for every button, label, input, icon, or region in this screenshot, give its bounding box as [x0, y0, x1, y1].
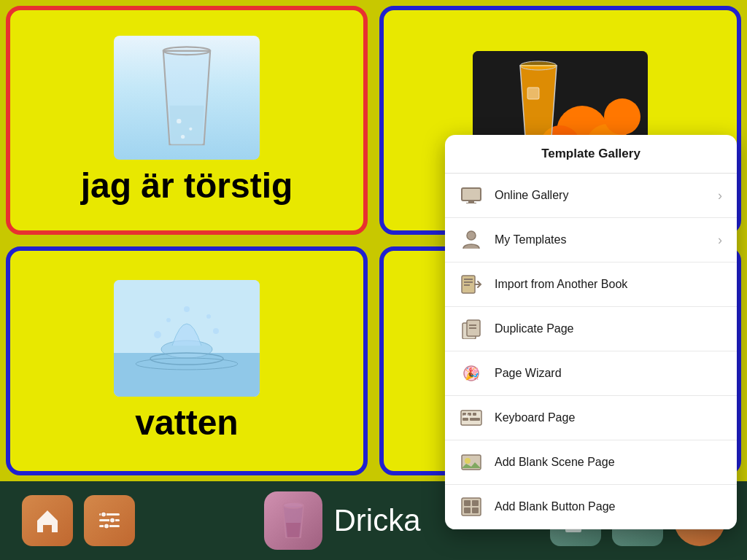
svg-point-1	[177, 119, 181, 123]
wand-icon: 🎉	[460, 362, 483, 385]
svg-point-18	[184, 306, 190, 312]
svg-point-8	[604, 98, 640, 135]
svg-point-15	[213, 328, 219, 334]
svg-rect-10	[527, 88, 539, 99]
card-label-bottom-left: vatten	[135, 404, 238, 443]
svg-rect-12	[114, 353, 260, 397]
keyboard-icon: ab|	[460, 406, 483, 429]
online-gallery-label: Online Gallery	[495, 189, 706, 202]
gallery-title: Template Gallery	[445, 135, 737, 174]
page-wizard-label: Page Wizard	[495, 367, 722, 380]
blank-scene-label: Add Blank Scene Page	[495, 456, 722, 469]
template-gallery: Template Gallery Online Gallery ›	[445, 135, 737, 529]
svg-rect-31	[469, 324, 476, 326]
duplicate-page-label: Duplicate Page	[495, 322, 722, 335]
toolbar-title: Dricka	[333, 503, 420, 538]
import-icon	[460, 273, 483, 296]
card-image-water-glass	[114, 36, 260, 160]
svg-text:ab|: ab|	[463, 413, 470, 418]
toolbar-left	[22, 495, 135, 546]
svg-rect-38	[473, 413, 476, 416]
button-icon	[460, 495, 483, 518]
home-button[interactable]	[22, 495, 73, 546]
svg-point-57	[104, 524, 109, 529]
svg-rect-28	[464, 284, 470, 286]
svg-point-2	[189, 127, 192, 130]
svg-point-55	[101, 513, 106, 517]
svg-rect-27	[464, 281, 473, 283]
svg-rect-23	[466, 203, 476, 203]
blank-button-label: Add Blank Button Page	[495, 500, 722, 513]
svg-point-43	[465, 458, 471, 464]
svg-rect-39	[462, 418, 468, 421]
svg-rect-26	[464, 279, 473, 280]
online-gallery-arrow: ›	[718, 188, 722, 203]
card-top-left[interactable]: jag är törstig	[6, 6, 368, 235]
gallery-item-my-templates[interactable]: My Templates ›	[445, 218, 737, 262]
svg-rect-47	[464, 508, 471, 513]
monitor-icon	[460, 184, 483, 207]
svg-rect-45	[464, 500, 471, 506]
gallery-item-online-gallery[interactable]: Online Gallery ›	[445, 174, 737, 218]
svg-point-56	[110, 518, 115, 523]
drink-icon-button[interactable]	[264, 491, 322, 550]
svg-point-58	[283, 502, 303, 508]
svg-rect-21	[462, 188, 481, 201]
svg-point-3	[181, 134, 185, 138]
keyboard-page-label: Keyboard Page	[495, 411, 722, 424]
svg-rect-46	[472, 500, 479, 506]
svg-rect-32	[469, 327, 476, 329]
gallery-item-blank-button[interactable]: Add Blank Button Page	[445, 485, 737, 529]
card-image-water-splash	[114, 280, 260, 397]
svg-point-9	[520, 61, 557, 70]
svg-point-14	[154, 331, 161, 338]
svg-point-16	[166, 318, 171, 322]
gallery-item-page-wizard[interactable]: 🎉 Page Wizard	[445, 351, 737, 396]
svg-rect-40	[470, 418, 480, 421]
svg-point-17	[206, 314, 211, 319]
gallery-item-keyboard-page[interactable]: ab| Keyboard Page	[445, 396, 737, 440]
card-bottom-left[interactable]: vatten	[6, 246, 368, 475]
gallery-item-duplicate-page[interactable]: Duplicate Page	[445, 307, 737, 351]
import-book-label: Import from Another Book	[495, 278, 722, 291]
person-icon	[460, 228, 483, 252]
settings-button[interactable]	[84, 495, 135, 546]
svg-point-24	[467, 231, 476, 240]
toolbar-center: Dricka	[264, 491, 420, 550]
gallery-item-blank-scene[interactable]: Add Blank Scene Page	[445, 440, 737, 485]
my-templates-arrow: ›	[718, 233, 722, 248]
my-templates-label: My Templates	[495, 233, 706, 246]
svg-text:🎉: 🎉	[465, 367, 479, 381]
scene-icon	[460, 451, 483, 474]
svg-rect-48	[472, 508, 479, 513]
gallery-item-import-book[interactable]: Import from Another Book	[445, 262, 737, 307]
card-label-top-left: jag är törstig	[81, 167, 293, 206]
duplicate-icon	[460, 317, 483, 341]
